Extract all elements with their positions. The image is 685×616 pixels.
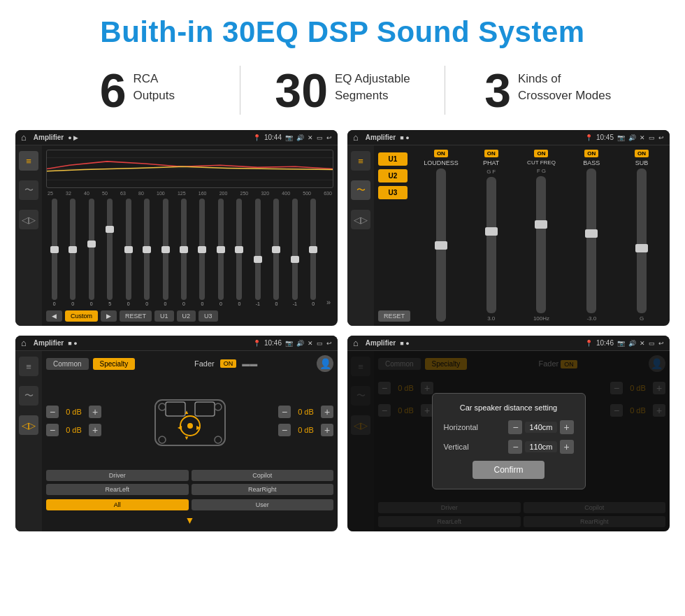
common-tab[interactable]: Common [46,358,89,370]
slider-6[interactable]: 0 [138,199,154,306]
vol-plus-br[interactable]: + [321,424,333,436]
bass-slider[interactable] [586,169,596,313]
rearleft-button[interactable]: RearLeft [46,484,189,495]
slider-13[interactable]: 0 [268,199,284,306]
user-button[interactable]: User [192,499,334,510]
slider-9[interactable]: 0 [194,199,210,306]
time-eq: 10:44 [264,134,282,141]
slider-15[interactable]: 0 [305,199,322,306]
volume-icon-dialog: 🔊 [628,340,636,347]
u-section: U1 U2 U3 RESET [378,150,413,322]
vol-plus-tr[interactable]: + [321,406,333,418]
eq-sidebar-icon-1[interactable]: ≡ [19,151,38,171]
vol-minus-tl[interactable]: − [46,406,59,418]
play-button[interactable]: ▶ [101,310,117,322]
camera-icon-eq: 📷 [285,134,293,141]
status-bar-amp: ⌂ Amplifier ■ ● 📍 10:45 📷 🔊 ✕ ▭ ↩ [347,130,670,145]
dialog-vertical-row: Vertical − 110cm + [444,440,574,454]
home-icon-amp[interactable]: ⌂ [353,132,359,143]
rearright-button[interactable]: RearRight [192,484,334,495]
amp-sidebar-icon-1[interactable]: ≡ [351,151,370,171]
slider-8[interactable]: 0 [175,199,192,306]
slider-2[interactable]: 0 [64,199,80,306]
phat-slider[interactable] [486,177,496,313]
dialog-indicators: ■ ● [400,340,409,347]
amp-wave-icon: 〜 [356,184,366,196]
eq-sidebar: ≡ 〜 ◁▷ [15,145,42,326]
u1-button[interactable]: U1 [154,310,174,322]
vol-minus-tr[interactable]: − [278,406,291,418]
window-icon-amp: ▭ [649,134,655,141]
cross-sidebar-icon-1[interactable]: ≡ [19,357,38,376]
prev-preset-button[interactable]: ◀ [46,310,62,322]
cross-sidebar-icon-3[interactable]: ◁▷ [19,415,38,435]
slider-10[interactable]: 0 [212,199,229,306]
vertical-minus-btn[interactable]: − [508,440,522,454]
status-icons-dialog: 📍 10:46 📷 🔊 ✕ ▭ ↩ [585,339,664,347]
user-icon-btn[interactable]: 👤 [317,355,333,372]
reset-button[interactable]: RESET [120,310,152,322]
fader-row: Fader ON ▬▬ [194,359,257,368]
channel-phat: ON PHAT GF 3.0 [468,150,515,322]
divider-1 [240,66,240,115]
slider-12[interactable]: -1 [250,199,266,306]
u2-button[interactable]: U2 [177,310,196,322]
bass-value: -3.0 [586,315,596,322]
amp-reset-button[interactable]: RESET [378,310,410,322]
amp-sidebar-icon-3[interactable]: ◁▷ [351,210,370,229]
horizontal-minus-btn[interactable]: − [508,420,522,434]
all-button[interactable]: All [46,499,189,510]
slider-14[interactable]: -1 [287,199,303,306]
vertical-plus-btn[interactable]: + [560,440,574,454]
channel-sub: ON SUB G [618,150,665,322]
driver-button[interactable]: Driver [46,470,189,481]
volume-icon-eq: 🔊 [296,134,304,141]
svg-text:▼: ▼ [184,435,189,441]
down-arrow-icon[interactable]: ▼ [185,515,195,526]
eq-chart [46,150,333,188]
channel-loudness: ON LOUDNESS [417,150,465,322]
specialty-tab[interactable]: Specialty [93,358,136,370]
channel-bass: ON BASS -3.0 [568,150,615,322]
eq-sidebar-icon-2[interactable]: 〜 [19,180,38,200]
window-icon-eq: ▭ [317,134,323,141]
loudness-slider[interactable] [436,169,446,322]
u3-amp-button[interactable]: U3 [378,186,408,199]
home-icon-cross[interactable]: ⌂ [21,338,27,348]
slider-4[interactable]: 5 [101,199,117,306]
custom-preset-button[interactable]: Custom [65,310,98,322]
vol-minus-bl[interactable]: − [46,424,59,436]
horizontal-value: 140cm [525,422,556,433]
sub-slider[interactable] [637,169,647,313]
home-icon-eq[interactable]: ⌂ [21,132,27,143]
u3-button[interactable]: U3 [199,310,218,322]
home-icon-dialog[interactable]: ⌂ [353,338,359,348]
back-icon-eq[interactable]: ↩ [326,134,332,141]
cutfreq-slider[interactable] [536,176,546,313]
confirm-button[interactable]: Confirm [473,461,544,479]
stat-number-eq: 30 [275,66,328,114]
u1-amp-button[interactable]: U1 [378,152,408,166]
u2-amp-button[interactable]: U2 [378,169,408,182]
back-icon-cross[interactable]: ↩ [326,340,332,347]
slider-3[interactable]: 0 [83,199,99,306]
slider-11[interactable]: 0 [231,199,247,306]
copilot-button[interactable]: Copilot [192,470,334,481]
channel-cutfreq: ON CUT FREQ FG 100Hz [518,150,565,322]
eq-sidebar-icon-3[interactable]: ◁▷ [19,210,38,229]
vol-plus-tl[interactable]: + [89,406,101,418]
time-dialog: 10:46 [596,339,614,347]
back-icon-dialog[interactable]: ↩ [658,340,664,347]
fader-slider[interactable]: ▬▬ [242,359,257,368]
horizontal-plus-btn[interactable]: + [560,420,574,434]
slider-5[interactable]: 0 [120,199,136,306]
slider-7[interactable]: 0 [157,199,173,306]
amp-sidebar-icon-2[interactable]: 〜 [351,180,370,200]
vol-plus-bl[interactable]: + [89,424,101,436]
cross-sidebar-icon-2[interactable]: 〜 [19,386,38,406]
status-icons-amp: 📍 10:45 📷 🔊 ✕ ▭ ↩ [585,134,664,141]
vol-minus-br[interactable]: − [278,424,291,436]
slider-1[interactable]: 0 [46,199,62,306]
vertical-label: Vertical [444,443,489,451]
back-icon-amp[interactable]: ↩ [658,134,664,141]
